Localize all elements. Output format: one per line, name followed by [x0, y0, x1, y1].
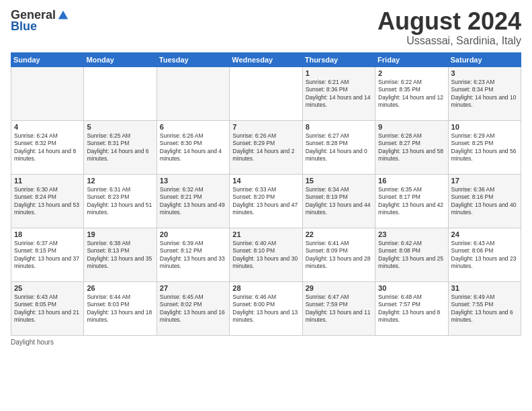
day-number: 30 — [378, 284, 445, 292]
day-info-line: Daylight: 13 hours and 51 minutes. — [87, 201, 153, 217]
day-info-line: Daylight: 13 hours and 16 minutes. — [160, 309, 226, 324]
day-number: 13 — [160, 177, 226, 185]
day-info-line: Sunrise: 6:28 AM — [378, 132, 445, 140]
day-info-line: Sunset: 8:10 PM — [232, 247, 299, 255]
svg-marker-0 — [58, 10, 68, 19]
day-info-line: Daylight: 13 hours and 23 minutes. — [451, 255, 518, 271]
day-number: 22 — [306, 230, 372, 238]
calendar-week-5: 25Sunrise: 6:43 AMSunset: 8:05 PMDayligh… — [11, 281, 521, 335]
day-info-line: Sunrise: 6:40 AM — [232, 240, 299, 247]
day-info-line: Daylight: 14 hours and 4 minutes. — [160, 148, 226, 163]
day-number: 4 — [14, 123, 81, 131]
day-info-line: Daylight: 14 hours and 10 minutes. — [451, 94, 518, 109]
calendar-week-1: 1Sunrise: 6:21 AMSunset: 8:36 PMDaylight… — [11, 66, 521, 120]
day-info-line: Sunset: 7:57 PM — [378, 301, 445, 308]
calendar-cell: 23Sunrise: 6:42 AMSunset: 8:08 PMDayligh… — [375, 228, 448, 281]
day-info-line: Sunrise: 6:36 AM — [451, 186, 518, 193]
calendar-header-row: SundayMondayTuesdayWednesdayThursdayFrid… — [11, 52, 521, 66]
footer-note: Daylight hours — [11, 338, 521, 346]
day-info-line: Daylight: 13 hours and 21 minutes. — [14, 309, 81, 324]
day-info-line: Sunrise: 6:30 AM — [14, 186, 81, 193]
day-info-line: Sunrise: 6:47 AM — [306, 293, 372, 301]
day-info-line: Sunrise: 6:23 AM — [451, 79, 518, 86]
calendar-cell: 19Sunrise: 6:38 AMSunset: 8:13 PMDayligh… — [84, 228, 157, 281]
day-info-line: Sunset: 8:21 PM — [160, 193, 226, 201]
calendar-cell: 8Sunrise: 6:27 AMSunset: 8:28 PMDaylight… — [302, 120, 375, 174]
logo: General Blue — [11, 8, 69, 34]
day-number: 24 — [451, 230, 518, 238]
day-info-line: Daylight: 13 hours and 8 minutes. — [378, 309, 445, 324]
day-info-line: Sunset: 8:30 PM — [160, 140, 226, 147]
day-info-line: Sunset: 8:20 PM — [232, 193, 299, 201]
day-info-line: Daylight: 14 hours and 8 minutes. — [14, 148, 81, 163]
day-info-line: Daylight: 13 hours and 47 minutes. — [232, 201, 299, 217]
day-info-line: Sunset: 8:02 PM — [160, 301, 226, 308]
calendar-week-3: 11Sunrise: 6:30 AMSunset: 8:24 PMDayligh… — [11, 174, 521, 228]
day-number: 25 — [14, 284, 81, 292]
day-info-line: Sunset: 8:16 PM — [451, 193, 518, 201]
day-number: 2 — [378, 69, 445, 77]
day-info-line: Daylight: 13 hours and 42 minutes. — [378, 201, 445, 217]
day-info-line: Sunset: 8:17 PM — [378, 193, 445, 201]
location-title: Ussassai, Sardinia, Italy — [378, 35, 521, 47]
day-number: 10 — [451, 123, 518, 131]
calendar-cell — [230, 66, 302, 120]
calendar-week-4: 18Sunrise: 6:37 AMSunset: 8:15 PMDayligh… — [11, 228, 521, 281]
day-info-line: Daylight: 13 hours and 56 minutes. — [451, 148, 518, 163]
day-info-line: Sunset: 8:29 PM — [232, 140, 299, 147]
calendar-cell: 5Sunrise: 6:25 AMSunset: 8:31 PMDaylight… — [84, 120, 157, 174]
calendar-week-2: 4Sunrise: 6:24 AMSunset: 8:32 PMDaylight… — [11, 120, 521, 174]
calendar-cell: 7Sunrise: 6:26 AMSunset: 8:29 PMDaylight… — [230, 120, 302, 174]
calendar-cell: 27Sunrise: 6:45 AMSunset: 8:02 PMDayligh… — [157, 281, 229, 335]
calendar-cell: 22Sunrise: 6:41 AMSunset: 8:09 PMDayligh… — [302, 228, 375, 281]
day-info-line: Sunset: 8:13 PM — [87, 247, 153, 255]
day-info-line: Sunrise: 6:38 AM — [87, 240, 153, 247]
day-info-line: Daylight: 14 hours and 0 minutes. — [306, 148, 372, 163]
calendar-cell: 29Sunrise: 6:47 AMSunset: 7:59 PMDayligh… — [302, 281, 375, 335]
day-number: 31 — [451, 284, 518, 292]
calendar-cell: 12Sunrise: 6:31 AMSunset: 8:23 PMDayligh… — [84, 174, 157, 228]
calendar-cell: 16Sunrise: 6:35 AMSunset: 8:17 PMDayligh… — [375, 174, 448, 228]
day-info-line: Sunrise: 6:21 AM — [306, 79, 372, 86]
logo-icon — [57, 9, 69, 21]
calendar-cell: 11Sunrise: 6:30 AMSunset: 8:24 PMDayligh… — [11, 174, 84, 228]
calendar-cell: 9Sunrise: 6:28 AMSunset: 8:27 PMDaylight… — [375, 120, 448, 174]
day-info-line: Sunset: 8:31 PM — [87, 140, 153, 147]
day-info-line: Sunrise: 6:24 AM — [14, 132, 81, 140]
day-number: 29 — [306, 284, 372, 292]
day-info-line: Sunrise: 6:35 AM — [378, 186, 445, 193]
weekday-header-saturday: Saturday — [448, 52, 521, 66]
day-info-line: Sunrise: 6:42 AM — [378, 240, 445, 247]
day-info-line: Daylight: 13 hours and 33 minutes. — [160, 255, 226, 271]
day-info-line: Sunset: 7:59 PM — [306, 301, 372, 308]
day-info-line: Sunrise: 6:29 AM — [451, 132, 518, 140]
page-header: General Blue August 2024 Ussassai, Sardi… — [11, 8, 521, 47]
calendar-cell: 17Sunrise: 6:36 AMSunset: 8:16 PMDayligh… — [448, 174, 521, 228]
logo-blue-text: Blue — [11, 19, 37, 34]
day-info-line: Daylight: 13 hours and 35 minutes. — [87, 255, 153, 271]
day-number: 28 — [232, 284, 299, 292]
day-info-line: Sunset: 8:25 PM — [451, 140, 518, 147]
title-block: August 2024 Ussassai, Sardinia, Italy — [378, 8, 521, 47]
page-container: General Blue August 2024 Ussassai, Sardi… — [0, 0, 532, 411]
day-info-line: Sunset: 8:08 PM — [378, 247, 445, 255]
day-info-line: Sunrise: 6:22 AM — [378, 79, 445, 86]
day-info-line: Sunset: 8:03 PM — [87, 301, 153, 308]
day-info-line: Daylight: 13 hours and 25 minutes. — [378, 255, 445, 271]
day-number: 23 — [378, 230, 445, 238]
day-info-line: Daylight: 13 hours and 44 minutes. — [306, 201, 372, 217]
day-number: 16 — [378, 177, 445, 185]
day-info-line: Sunset: 8:00 PM — [232, 301, 299, 308]
calendar-cell: 31Sunrise: 6:49 AMSunset: 7:55 PMDayligh… — [448, 281, 521, 335]
calendar-cell: 20Sunrise: 6:39 AMSunset: 8:12 PMDayligh… — [157, 228, 229, 281]
daylight-label: Daylight hours — [11, 338, 54, 346]
day-info-line: Sunrise: 6:43 AM — [451, 240, 518, 247]
day-info-line: Daylight: 13 hours and 58 minutes. — [378, 148, 445, 163]
day-info-line: Sunrise: 6:46 AM — [232, 293, 299, 301]
day-number: 21 — [232, 230, 299, 238]
day-number: 14 — [232, 177, 299, 185]
day-info-line: Sunset: 8:28 PM — [306, 140, 372, 147]
day-info-line: Daylight: 13 hours and 53 minutes. — [14, 201, 81, 217]
day-number: 11 — [14, 177, 81, 185]
day-info-line: Sunrise: 6:32 AM — [160, 186, 226, 193]
